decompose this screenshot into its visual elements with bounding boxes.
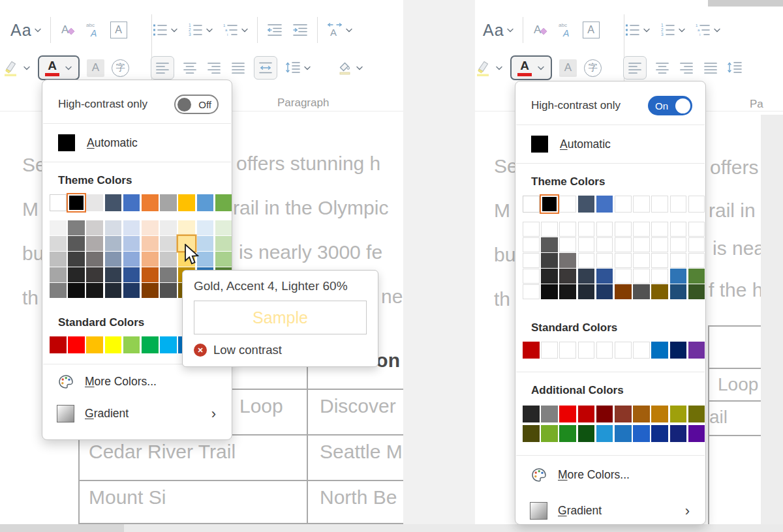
color-swatch[interactable] (68, 336, 85, 353)
color-swatch[interactable] (596, 425, 613, 442)
change-case-button[interactable]: Aa (10, 21, 42, 40)
phonetic-guide-icon[interactable]: abcA (85, 22, 102, 38)
empty-color-swatch[interactable] (688, 253, 705, 268)
color-variant-swatch[interactable] (541, 253, 558, 268)
color-variant-swatch[interactable] (541, 284, 558, 299)
color-variant-swatch[interactable] (160, 252, 177, 267)
empty-color-swatch[interactable] (523, 284, 540, 299)
empty-color-swatch[interactable] (633, 196, 650, 213)
color-variant-swatch[interactable] (50, 283, 67, 298)
color-swatch[interactable] (123, 194, 140, 211)
color-variant-swatch[interactable] (160, 267, 177, 282)
color-variant-swatch[interactable] (197, 252, 214, 267)
color-variant-swatch[interactable] (596, 284, 613, 299)
clear-formatting-icon[interactable]: A (532, 22, 549, 38)
empty-color-swatch[interactable] (541, 342, 558, 359)
empty-color-swatch[interactable] (615, 237, 632, 252)
align-center-icon[interactable] (181, 59, 198, 76)
automatic-color-item[interactable]: Automatic (42, 125, 232, 160)
empty-color-swatch[interactable] (615, 342, 632, 359)
empty-color-swatch[interactable] (615, 222, 632, 237)
color-variant-swatch[interactable] (559, 253, 576, 268)
color-variant-swatch[interactable] (160, 236, 177, 251)
color-swatch[interactable] (541, 425, 558, 442)
color-variant-swatch[interactable] (105, 236, 122, 251)
empty-color-swatch[interactable] (633, 222, 650, 237)
color-variant-swatch[interactable] (123, 267, 140, 282)
color-variant-swatch[interactable] (68, 283, 85, 298)
color-swatch[interactable] (197, 194, 214, 211)
color-variant-swatch[interactable] (123, 236, 140, 251)
color-swatch[interactable] (68, 194, 85, 211)
color-variant-swatch[interactable] (50, 220, 67, 235)
empty-color-swatch[interactable] (670, 253, 687, 268)
color-swatch[interactable] (50, 194, 67, 211)
color-variant-swatch[interactable] (578, 284, 595, 299)
text-direction-button[interactable]: A (326, 22, 353, 38)
empty-color-swatch[interactable] (559, 196, 576, 213)
increase-indent-icon[interactable] (292, 22, 309, 38)
color-variant-swatch[interactable] (142, 252, 159, 267)
color-variant-swatch[interactable] (160, 283, 177, 298)
color-swatch[interactable] (559, 425, 576, 442)
empty-color-swatch[interactable] (523, 269, 540, 284)
color-variant-swatch[interactable] (86, 283, 103, 298)
empty-color-swatch[interactable] (633, 342, 650, 359)
color-variant-swatch[interactable] (68, 267, 85, 282)
color-swatch[interactable] (688, 342, 705, 359)
color-variant-swatch[interactable] (541, 269, 558, 284)
empty-color-swatch[interactable] (615, 196, 632, 213)
color-variant-swatch[interactable] (142, 283, 159, 298)
character-border-icon[interactable]: A (583, 22, 600, 38)
color-swatch[interactable] (523, 196, 540, 213)
color-variant-swatch[interactable] (68, 252, 85, 267)
color-swatch[interactable] (142, 336, 159, 353)
color-swatch[interactable] (541, 196, 558, 213)
color-swatch[interactable] (160, 336, 177, 353)
color-variant-swatch[interactable] (86, 220, 103, 235)
color-swatch[interactable] (50, 336, 67, 353)
numbered-list-button[interactable]: 123 (187, 22, 213, 38)
align-right-icon[interactable] (206, 59, 223, 76)
empty-color-swatch[interactable] (670, 237, 687, 252)
distribute-icon[interactable] (254, 56, 277, 80)
color-swatch[interactable] (178, 194, 195, 211)
color-variant-swatch[interactable] (215, 252, 232, 267)
color-swatch[interactable] (633, 425, 650, 442)
align-left-icon[interactable] (623, 56, 647, 80)
color-variant-swatch[interactable] (651, 284, 668, 299)
color-variant-swatch[interactable] (142, 220, 159, 235)
color-swatch[interactable] (633, 406, 650, 422)
empty-color-swatch[interactable] (559, 222, 576, 237)
color-variant-swatch[interactable] (105, 220, 122, 235)
color-swatch[interactable] (523, 425, 540, 442)
color-variant-swatch[interactable] (541, 237, 558, 252)
color-swatch[interactable] (578, 425, 595, 442)
color-variant-swatch[interactable] (578, 269, 595, 284)
color-swatch[interactable] (523, 342, 540, 359)
color-variant-swatch[interactable] (142, 267, 159, 282)
empty-color-swatch[interactable] (651, 196, 668, 213)
character-shading-icon[interactable]: A (559, 59, 577, 77)
empty-color-swatch[interactable] (578, 342, 595, 359)
color-swatch[interactable] (86, 194, 103, 211)
color-swatch[interactable] (615, 406, 632, 422)
color-swatch[interactable] (596, 406, 613, 422)
color-swatch[interactable] (105, 336, 122, 353)
empty-color-swatch[interactable] (559, 342, 576, 359)
decrease-indent-icon[interactable] (266, 22, 283, 38)
empty-color-swatch[interactable] (633, 237, 650, 252)
color-variant-swatch[interactable] (215, 220, 232, 235)
color-variant-swatch[interactable] (50, 236, 67, 251)
enclose-characters-icon[interactable]: 字 (112, 59, 129, 77)
color-variant-swatch[interactable] (142, 236, 159, 251)
color-swatch[interactable] (651, 425, 668, 442)
color-swatch[interactable] (559, 406, 576, 422)
align-justify-icon[interactable] (230, 59, 247, 76)
empty-color-swatch[interactable] (688, 237, 705, 252)
color-swatch[interactable] (615, 425, 632, 442)
color-swatch[interactable] (578, 406, 595, 422)
color-swatch[interactable] (596, 196, 613, 213)
empty-color-swatch[interactable] (596, 222, 613, 237)
empty-color-swatch[interactable] (596, 237, 613, 252)
